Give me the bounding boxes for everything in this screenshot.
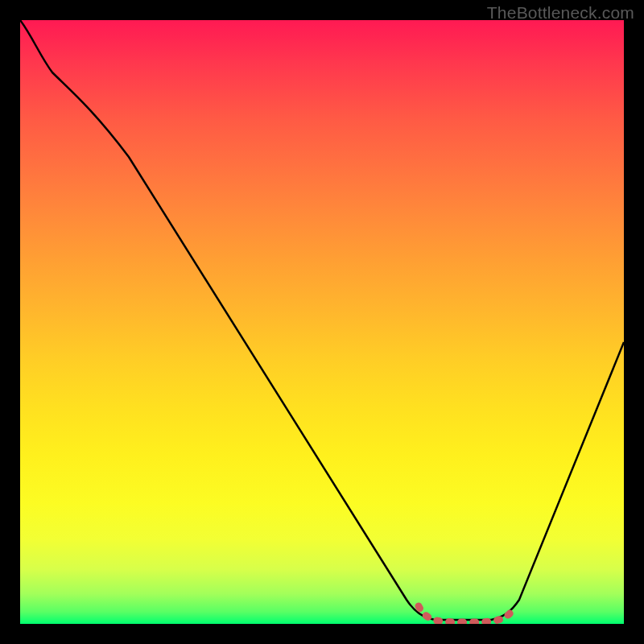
chart-svg: [20, 20, 624, 624]
chart-plot-area: [20, 20, 624, 624]
bottleneck-curve-path: [20, 20, 624, 620]
watermark-text: TheBottleneck.com: [487, 3, 634, 23]
